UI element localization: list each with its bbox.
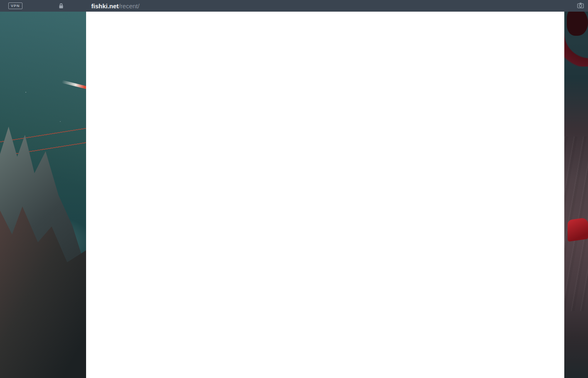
left-background-art	[0, 12, 86, 378]
screenshot-camera-icon[interactable]	[577, 2, 584, 8]
browser-top-bar: VPN fishki.net/recent/	[0, 0, 588, 12]
right-background-art	[564, 12, 588, 378]
red-arc-art	[564, 33, 588, 67]
url-path: /recent/	[119, 2, 139, 10]
url-host: fishki.net	[91, 2, 119, 10]
vpn-extension-badge[interactable]: VPN	[8, 2, 22, 9]
red-car-art	[568, 217, 588, 242]
lock-icon[interactable]	[58, 3, 64, 9]
tree-art	[567, 12, 588, 36]
jet-contrail-art	[62, 80, 86, 89]
address-bar-url[interactable]: fishki.net/recent/	[91, 2, 140, 10]
page-background	[86, 12, 564, 378]
